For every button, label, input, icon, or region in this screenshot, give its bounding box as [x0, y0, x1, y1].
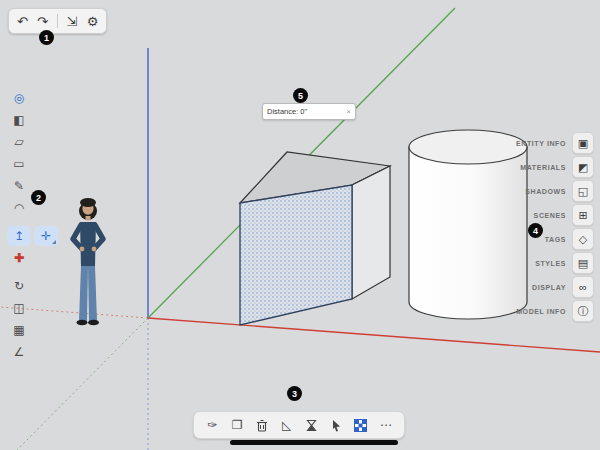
eraser-tool-icon[interactable]: ▱ — [7, 132, 31, 152]
panel-item-model-info[interactable]: MODEL INFO ⓘ — [516, 301, 594, 321]
push-pull-variant-tool-icon[interactable]: ✛ — [34, 226, 58, 246]
person-right-hand — [92, 247, 97, 252]
styles-icon: ▤ — [572, 252, 594, 274]
viewport[interactable] — [0, 0, 600, 450]
annotation-badge-3: 3 — [287, 386, 302, 401]
panel-label: ENTITY INFO — [516, 140, 566, 147]
annotation-badge-5: 5 — [293, 88, 308, 103]
tags-icon: ◇ — [572, 228, 594, 250]
push-pull-tool-icon[interactable]: ↥ — [7, 226, 31, 246]
left-tool-rail: ◎ ◧ ▱ ▭ ✎ ◠ ↥ ✛ ✚ ↻ ◫ ▦ ∠ — [7, 88, 58, 362]
person-hair — [80, 198, 96, 207]
panel-item-materials[interactable]: MATERIALS ◩ — [516, 157, 594, 177]
cylinder-top-face[interactable] — [409, 130, 527, 164]
red-axis — [148, 318, 600, 352]
person-figure[interactable] — [73, 198, 103, 325]
person-neck — [86, 216, 91, 221]
panel-item-styles[interactable]: STYLES ▤ — [516, 253, 594, 273]
measurement-value[interactable]: Distance: 0" — [267, 107, 307, 116]
sketchup-window: ↶ ↷ ⇲ ⚙ ◎ ◧ ▱ ▭ ✎ ◠ ↥ ✛ ✚ ↻ ◫ ▦ ∠ Distan… — [0, 0, 600, 450]
rotate-tool-icon[interactable]: ↻ — [7, 276, 31, 296]
panel-label: STYLES — [535, 260, 566, 267]
box-front-face-selected[interactable] — [240, 185, 352, 325]
line-tool-icon[interactable]: ✎ — [7, 176, 31, 196]
box-right-face[interactable] — [352, 166, 390, 299]
entity-info-icon: ▣ — [572, 132, 594, 154]
person-shirt — [80, 222, 96, 267]
section-plane-tool-icon[interactable]: ◫ — [7, 298, 31, 318]
panel-label: SCENES — [534, 212, 566, 219]
panel-label: SHADOWS — [525, 188, 566, 195]
orbit-tool-icon[interactable]: ◎ — [7, 88, 31, 108]
shadows-icon: ◱ — [572, 180, 594, 202]
panel-label: TAGS — [545, 236, 566, 243]
selected-box[interactable] — [240, 152, 390, 325]
toolbar-divider — [57, 14, 58, 28]
person-left-leg — [79, 266, 88, 321]
panel-item-entity-info[interactable]: ENTITY INFO ▣ — [516, 133, 594, 153]
annotation-badge-1: 1 — [39, 30, 54, 45]
brush-icon[interactable]: ✑ — [203, 416, 221, 434]
model-info-icon: ⓘ — [572, 300, 594, 322]
close-icon[interactable]: × — [346, 108, 351, 116]
cursor-icon[interactable] — [327, 416, 345, 434]
export-icon[interactable]: ⇲ — [67, 15, 78, 28]
person-right-shoe — [88, 320, 99, 326]
panel-item-display[interactable]: DISPLAY ∞ — [516, 277, 594, 297]
bottom-context-toolbar: ✑ ❐ ◺ — [193, 411, 405, 439]
arc-tool-icon[interactable]: ◠ — [7, 198, 31, 218]
person-left-hand — [80, 247, 85, 252]
image-tool-icon[interactable]: ▦ — [7, 320, 31, 340]
redo-icon[interactable]: ↷ — [37, 15, 48, 28]
trash-icon[interactable] — [253, 416, 271, 434]
materials-icon: ◩ — [572, 156, 594, 178]
panel-label: MATERIALS — [520, 164, 566, 171]
copy-icon[interactable]: ❐ — [228, 416, 246, 434]
more-icon[interactable]: ⋯ — [377, 416, 395, 434]
wedge-icon[interactable]: ◺ — [278, 416, 296, 434]
display-icon: ∞ — [572, 276, 594, 298]
person-right-leg — [88, 266, 97, 321]
settings-gear-icon[interactable]: ⚙ — [87, 15, 99, 28]
undo-icon[interactable]: ↶ — [17, 15, 28, 28]
cylinder-body[interactable] — [409, 147, 527, 319]
measurement-box[interactable]: Distance: 0" × — [262, 103, 356, 120]
top-toolbar: ↶ ↷ ⇲ ⚙ — [8, 8, 107, 34]
paint-tool-icon[interactable]: ◧ — [7, 110, 31, 130]
annotation-badge-4: 4 — [528, 223, 543, 238]
panel-item-scenes[interactable]: SCENES ⊞ — [516, 205, 594, 225]
rectangle-tool-icon[interactable]: ▭ — [7, 154, 31, 174]
home-indicator[interactable] — [230, 440, 398, 445]
panel-label: MODEL INFO — [516, 308, 566, 315]
cylinder[interactable] — [409, 130, 527, 319]
annotation-badge-2: 2 — [31, 190, 46, 205]
hourglass-icon[interactable] — [302, 416, 320, 434]
move-tool-icon[interactable]: ✚ — [7, 248, 31, 268]
panel-item-shadows[interactable]: SHADOWS ◱ — [516, 181, 594, 201]
dimensions-tool-icon[interactable]: ∠ — [7, 342, 31, 362]
pattern-icon[interactable] — [352, 416, 370, 434]
panel-label: DISPLAY — [532, 284, 566, 291]
scenes-icon: ⊞ — [572, 204, 594, 226]
person-left-shoe — [77, 320, 88, 326]
